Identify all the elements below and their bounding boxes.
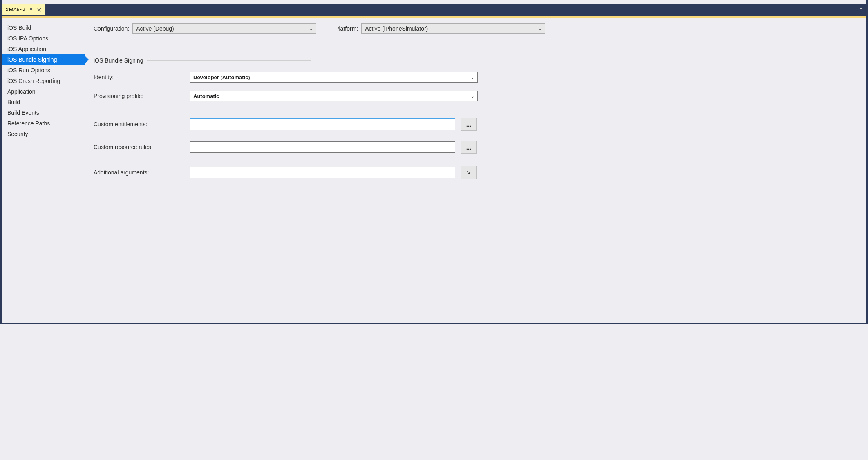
document-tab-title: XMAtest (5, 7, 25, 13)
identity-row: Identity: Developer (Automatic) ⌄ (94, 72, 858, 83)
rules-input[interactable] (190, 141, 455, 153)
chevron-down-icon: ⌄ (538, 27, 541, 31)
properties-panel: iOS Build iOS IPA Options iOS Applicatio… (2, 16, 866, 323)
rules-row: Custom resource rules: ... (94, 141, 858, 154)
provisioning-value: Automatic (193, 93, 219, 99)
entitlements-browse-button[interactable]: ... (461, 118, 477, 131)
sidebar-item-ios-ipa-options[interactable]: iOS IPA Options (2, 33, 85, 44)
entitlements-label: Custom entitlements: (94, 121, 190, 127)
platform-select[interactable]: Active (iPhoneSimulator) ⌄ (361, 23, 545, 34)
sidebar-item-build[interactable]: Build (2, 97, 85, 107)
sidebar: iOS Build iOS IPA Options iOS Applicatio… (2, 18, 85, 323)
chevron-down-icon: ⌄ (471, 75, 474, 80)
main-content: Configuration: Active (Debug) ⌄ Platform… (85, 18, 866, 323)
section-header: iOS Bundle Signing (94, 57, 858, 64)
entitlements-input[interactable] (190, 118, 455, 130)
args-more-button[interactable]: > (461, 166, 477, 179)
toolbar-stub (2, 0, 866, 4)
sidebar-item-ios-bundle-signing[interactable]: iOS Bundle Signing (2, 54, 85, 65)
configuration-select[interactable]: Active (Debug) ⌄ (132, 23, 316, 34)
platform-label: Platform: (335, 25, 358, 32)
rules-browse-button[interactable]: ... (461, 141, 477, 154)
provisioning-row: Provisioning profile: Automatic ⌄ (94, 91, 858, 101)
chevron-down-icon: ⌄ (309, 27, 313, 31)
provisioning-label: Provisioning profile: (94, 93, 190, 99)
args-row: Additional arguments: > (94, 166, 858, 179)
tab-overflow-icon[interactable]: ▼ (859, 4, 866, 11)
rules-label: Custom resource rules: (94, 144, 190, 150)
sidebar-item-ios-crash-reporting[interactable]: iOS Crash Reporting (2, 76, 85, 86)
provisioning-select[interactable]: Automatic ⌄ (190, 91, 478, 101)
chevron-down-icon: ⌄ (471, 94, 474, 98)
sidebar-item-application[interactable]: Application (2, 86, 85, 97)
window-frame: XMAtest ▼ iOS Build iOS IPA Options iOS … (0, 0, 868, 324)
sidebar-item-reference-paths[interactable]: Reference Paths (2, 118, 85, 129)
config-row: Configuration: Active (Debug) ⌄ Platform… (94, 23, 858, 40)
platform-value: Active (iPhoneSimulator) (365, 25, 428, 32)
sidebar-item-security[interactable]: Security (2, 129, 85, 139)
identity-select[interactable]: Developer (Automatic) ⌄ (190, 72, 478, 83)
sidebar-item-ios-build[interactable]: iOS Build (2, 22, 85, 33)
pin-icon[interactable] (29, 7, 34, 12)
section-divider (147, 60, 311, 61)
sidebar-item-ios-run-options[interactable]: iOS Run Options (2, 65, 85, 76)
close-icon[interactable] (37, 7, 42, 12)
tab-strip: XMAtest ▼ (2, 4, 866, 16)
identity-label: Identity: (94, 74, 190, 80)
sidebar-item-ios-application[interactable]: iOS Application (2, 44, 85, 54)
section-title: iOS Bundle Signing (94, 57, 143, 64)
entitlements-row: Custom entitlements: ... (94, 118, 858, 131)
args-label: Additional arguments: (94, 169, 190, 176)
sidebar-item-build-events[interactable]: Build Events (2, 107, 85, 118)
document-tab[interactable]: XMAtest (2, 4, 45, 15)
args-input[interactable] (190, 167, 455, 178)
identity-value: Developer (Automatic) (193, 74, 250, 80)
configuration-label: Configuration: (94, 25, 129, 32)
configuration-value: Active (Debug) (136, 25, 174, 32)
